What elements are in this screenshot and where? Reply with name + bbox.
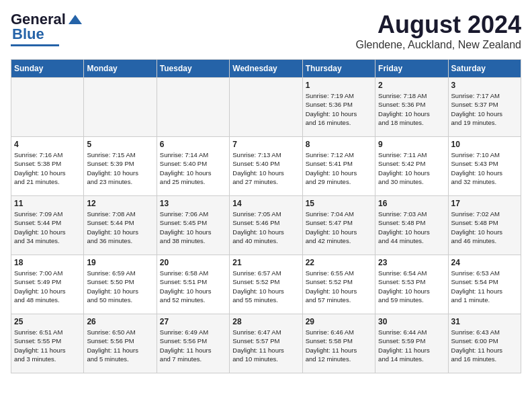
- calendar-cell: 25Sunrise: 6:51 AM Sunset: 5:55 PM Dayli…: [11, 314, 84, 373]
- calendar-cell: 10Sunrise: 7:10 AM Sunset: 5:43 PM Dayli…: [448, 137, 521, 196]
- calendar-cell: 29Sunrise: 6:46 AM Sunset: 5:58 PM Dayli…: [302, 314, 375, 373]
- cell-content: Sunrise: 7:05 AM Sunset: 5:46 PM Dayligh…: [232, 210, 299, 245]
- week-row-4: 18Sunrise: 7:00 AM Sunset: 5:49 PM Dayli…: [11, 255, 521, 314]
- title-block: August 2024 Glendene, Auckland, New Zeal…: [356, 11, 521, 51]
- calendar-cell: 18Sunrise: 7:00 AM Sunset: 5:49 PM Dayli…: [11, 255, 84, 314]
- day-number: 7: [232, 140, 299, 149]
- day-number: 31: [451, 317, 518, 326]
- day-number: 21: [232, 258, 299, 267]
- cell-content: Sunrise: 6:51 AM Sunset: 5:55 PM Dayligh…: [14, 328, 81, 363]
- cell-content: Sunrise: 6:46 AM Sunset: 5:58 PM Dayligh…: [306, 328, 372, 363]
- cell-content: Sunrise: 7:19 AM Sunset: 5:36 PM Dayligh…: [306, 91, 372, 127]
- calendar-cell: 12Sunrise: 7:08 AM Sunset: 5:44 PM Dayli…: [84, 196, 157, 255]
- cell-content: Sunrise: 6:47 AM Sunset: 5:57 PM Dayligh…: [232, 328, 299, 363]
- header-monday: Monday: [84, 60, 157, 78]
- calendar-table: SundayMondayTuesdayWednesdayThursdayFrid…: [11, 59, 521, 373]
- cell-content: Sunrise: 7:09 AM Sunset: 5:44 PM Dayligh…: [14, 210, 81, 245]
- calendar-cell: [230, 78, 302, 137]
- cell-content: Sunrise: 7:11 AM Sunset: 5:42 PM Dayligh…: [378, 150, 445, 186]
- calendar-cell: 22Sunrise: 6:55 AM Sunset: 5:52 PM Dayli…: [302, 255, 375, 314]
- calendar-cell: 28Sunrise: 6:47 AM Sunset: 5:57 PM Dayli…: [230, 314, 302, 373]
- day-number: 4: [14, 140, 81, 149]
- header-wednesday: Wednesday: [230, 60, 302, 78]
- cell-content: Sunrise: 7:02 AM Sunset: 5:48 PM Dayligh…: [451, 210, 518, 245]
- cell-content: Sunrise: 7:00 AM Sunset: 5:49 PM Dayligh…: [14, 269, 81, 304]
- header-friday: Friday: [375, 60, 448, 78]
- day-number: 8: [306, 140, 372, 149]
- day-number: 20: [160, 258, 226, 267]
- day-number: 25: [14, 317, 81, 326]
- cell-content: Sunrise: 7:12 AM Sunset: 5:41 PM Dayligh…: [306, 150, 372, 186]
- cell-content: Sunrise: 6:49 AM Sunset: 5:56 PM Dayligh…: [160, 328, 226, 363]
- cell-content: Sunrise: 7:16 AM Sunset: 5:38 PM Dayligh…: [14, 150, 81, 186]
- day-number: 24: [451, 258, 518, 267]
- cell-content: Sunrise: 6:58 AM Sunset: 5:51 PM Dayligh…: [160, 269, 226, 304]
- calendar-cell: 13Sunrise: 7:06 AM Sunset: 5:45 PM Dayli…: [157, 196, 229, 255]
- cell-content: Sunrise: 6:57 AM Sunset: 5:52 PM Dayligh…: [232, 269, 299, 304]
- day-number: 11: [14, 199, 81, 208]
- cell-content: Sunrise: 7:15 AM Sunset: 5:39 PM Dayligh…: [87, 150, 153, 186]
- day-number: 18: [14, 258, 81, 267]
- calendar-cell: 9Sunrise: 7:11 AM Sunset: 5:42 PM Daylig…: [375, 137, 448, 196]
- week-row-3: 11Sunrise: 7:09 AM Sunset: 5:44 PM Dayli…: [11, 196, 521, 255]
- week-row-5: 25Sunrise: 6:51 AM Sunset: 5:55 PM Dayli…: [11, 314, 521, 373]
- day-number: 29: [306, 317, 372, 326]
- logo: General Blue: [11, 11, 82, 46]
- calendar-cell: [11, 78, 84, 137]
- day-number: 3: [451, 81, 518, 90]
- calendar-cell: 21Sunrise: 6:57 AM Sunset: 5:52 PM Dayli…: [230, 255, 302, 314]
- calendar-cell: 2Sunrise: 7:18 AM Sunset: 5:36 PM Daylig…: [375, 78, 448, 137]
- day-number: 2: [378, 81, 445, 90]
- calendar-cell: [157, 78, 229, 137]
- logo-arrow-icon: [67, 12, 82, 27]
- cell-content: Sunrise: 7:18 AM Sunset: 5:36 PM Dayligh…: [378, 91, 445, 127]
- day-number: 5: [87, 140, 153, 149]
- calendar-cell: 1Sunrise: 7:19 AM Sunset: 5:36 PM Daylig…: [302, 78, 375, 137]
- header-saturday: Saturday: [448, 60, 521, 78]
- cell-content: Sunrise: 7:10 AM Sunset: 5:43 PM Dayligh…: [451, 150, 518, 186]
- day-number: 12: [87, 199, 153, 208]
- calendar-cell: [84, 78, 157, 137]
- calendar-cell: 19Sunrise: 6:59 AM Sunset: 5:50 PM Dayli…: [84, 255, 157, 314]
- cell-content: Sunrise: 7:17 AM Sunset: 5:37 PM Dayligh…: [451, 91, 518, 127]
- day-number: 15: [306, 199, 372, 208]
- calendar-cell: 17Sunrise: 7:02 AM Sunset: 5:48 PM Dayli…: [448, 196, 521, 255]
- cell-content: Sunrise: 6:44 AM Sunset: 5:59 PM Dayligh…: [378, 328, 445, 363]
- calendar-cell: 27Sunrise: 6:49 AM Sunset: 5:56 PM Dayli…: [157, 314, 229, 373]
- day-number: 9: [378, 140, 445, 149]
- cell-content: Sunrise: 6:43 AM Sunset: 6:00 PM Dayligh…: [451, 328, 518, 363]
- header-sunday: Sunday: [11, 60, 84, 78]
- calendar-cell: 31Sunrise: 6:43 AM Sunset: 6:00 PM Dayli…: [448, 314, 521, 373]
- day-number: 30: [378, 317, 445, 326]
- cell-content: Sunrise: 6:53 AM Sunset: 5:54 PM Dayligh…: [451, 269, 518, 304]
- page-header: General Blue August 2024 Glendene, Auckl…: [11, 11, 521, 51]
- day-number: 14: [232, 199, 299, 208]
- cell-content: Sunrise: 6:59 AM Sunset: 5:50 PM Dayligh…: [87, 269, 153, 304]
- cell-content: Sunrise: 7:03 AM Sunset: 5:48 PM Dayligh…: [378, 210, 445, 245]
- calendar-cell: 8Sunrise: 7:12 AM Sunset: 5:41 PM Daylig…: [302, 137, 375, 196]
- day-number: 13: [160, 199, 226, 208]
- week-row-1: 1Sunrise: 7:19 AM Sunset: 5:36 PM Daylig…: [11, 78, 521, 137]
- calendar-cell: 6Sunrise: 7:14 AM Sunset: 5:40 PM Daylig…: [157, 137, 229, 196]
- day-number: 26: [87, 317, 153, 326]
- calendar-cell: 16Sunrise: 7:03 AM Sunset: 5:48 PM Dayli…: [375, 196, 448, 255]
- calendar-title: August 2024: [356, 11, 521, 39]
- logo-underline: [11, 44, 59, 46]
- header-thursday: Thursday: [302, 60, 375, 78]
- day-number: 28: [232, 317, 299, 326]
- cell-content: Sunrise: 6:55 AM Sunset: 5:52 PM Dayligh…: [306, 269, 372, 304]
- cell-content: Sunrise: 7:08 AM Sunset: 5:44 PM Dayligh…: [87, 210, 153, 245]
- calendar-cell: 30Sunrise: 6:44 AM Sunset: 5:59 PM Dayli…: [375, 314, 448, 373]
- day-number: 10: [451, 140, 518, 149]
- calendar-cell: 24Sunrise: 6:53 AM Sunset: 5:54 PM Dayli…: [448, 255, 521, 314]
- cell-content: Sunrise: 7:06 AM Sunset: 5:45 PM Dayligh…: [160, 210, 226, 245]
- calendar-cell: 23Sunrise: 6:54 AM Sunset: 5:53 PM Dayli…: [375, 255, 448, 314]
- day-number: 22: [306, 258, 372, 267]
- calendar-cell: 11Sunrise: 7:09 AM Sunset: 5:44 PM Dayli…: [11, 196, 84, 255]
- calendar-cell: 15Sunrise: 7:04 AM Sunset: 5:47 PM Dayli…: [302, 196, 375, 255]
- calendar-cell: 7Sunrise: 7:13 AM Sunset: 5:40 PM Daylig…: [230, 137, 302, 196]
- week-row-2: 4Sunrise: 7:16 AM Sunset: 5:38 PM Daylig…: [11, 137, 521, 196]
- cell-content: Sunrise: 7:04 AM Sunset: 5:47 PM Dayligh…: [306, 210, 372, 245]
- calendar-subtitle: Glendene, Auckland, New Zealand: [356, 39, 521, 51]
- day-number: 16: [378, 199, 445, 208]
